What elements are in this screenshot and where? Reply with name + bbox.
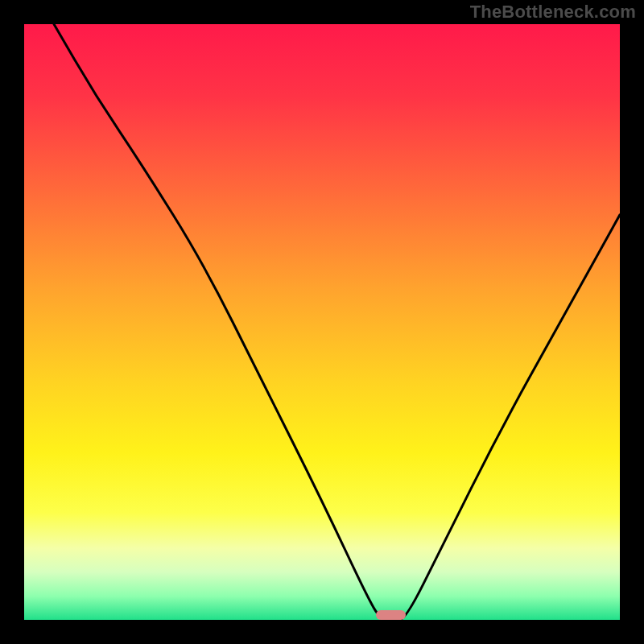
chart-svg	[24, 24, 620, 620]
optimal-zone-marker	[376, 610, 406, 620]
plot-area	[24, 24, 620, 620]
chart-frame: TheBottleneck.com	[0, 0, 644, 644]
gradient-background	[24, 24, 620, 620]
watermark-text: TheBottleneck.com	[470, 2, 636, 23]
